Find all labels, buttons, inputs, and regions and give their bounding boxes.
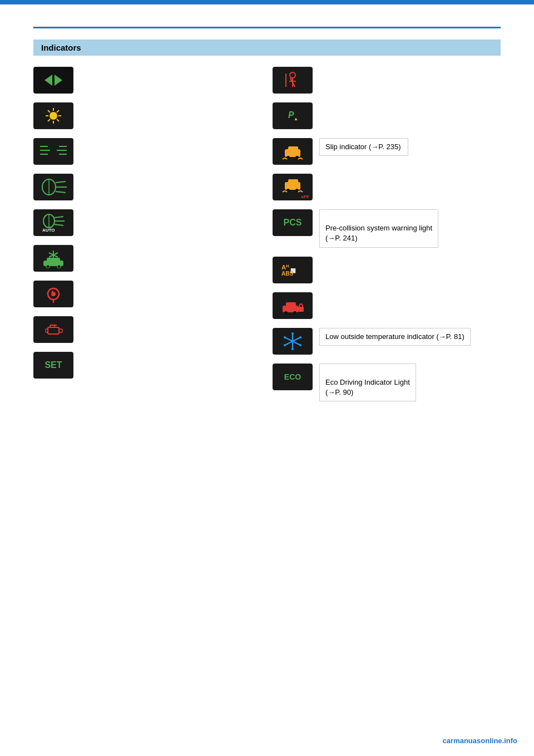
slip-off-svg xyxy=(278,179,307,195)
bottom-logo: carmanuasonline.info xyxy=(443,737,517,745)
list-item xyxy=(33,67,261,94)
list-item: PCS Pre-collision system warning light (… xyxy=(273,209,501,248)
list-item: oFF xyxy=(273,174,501,200)
list-item xyxy=(273,292,501,319)
list-item xyxy=(33,138,261,165)
icy-road-icon xyxy=(33,245,73,272)
auto-headlight-svg: AUTO xyxy=(39,213,68,233)
low-temp-desc: Low outside temperature indicator (→P. 8… xyxy=(319,328,471,346)
svg-line-17 xyxy=(56,181,66,183)
slip-indicator-icon xyxy=(273,138,313,165)
header-area xyxy=(0,4,534,27)
indicators-grid: AUTO xyxy=(33,67,501,401)
auto-headlight-icon: AUTO xyxy=(33,209,73,236)
engine-icon xyxy=(33,316,73,343)
arrow-right-icon xyxy=(55,75,62,86)
pcs-text: PCS xyxy=(284,218,302,228)
off-label: oFF xyxy=(301,194,309,199)
eco-desc: Eco Driving Indicator Light (→P. 90) xyxy=(319,364,416,402)
headlight-full-svg xyxy=(39,177,68,197)
svg-point-32 xyxy=(57,265,61,268)
svg-point-71 xyxy=(291,348,294,350)
svg-line-5 xyxy=(48,110,50,112)
svg-line-24 xyxy=(55,224,63,225)
svg-point-64 xyxy=(284,311,288,315)
svg-rect-66 xyxy=(298,307,304,312)
svg-rect-55 xyxy=(288,179,298,184)
list-item xyxy=(33,102,261,129)
tire-svg: ! xyxy=(39,284,68,304)
svg-text:ᴴ: ᴴ xyxy=(286,264,289,271)
turn-signal-icon xyxy=(33,67,73,94)
svg-point-74 xyxy=(299,336,301,338)
svg-text:▲: ▲ xyxy=(294,116,298,121)
arrow-left-icon xyxy=(44,75,52,86)
svg-rect-30 xyxy=(47,258,60,263)
list-item: Low outside temperature indicator (→P. 8… xyxy=(273,328,501,355)
pcs-desc: Pre-collision system warning light (→P. … xyxy=(319,209,438,248)
top-bar xyxy=(0,0,534,4)
slip-indicator-desc: Slip indicator (→P. 235) xyxy=(319,138,408,156)
svg-point-65 xyxy=(293,311,296,315)
snowflake-svg xyxy=(278,331,307,351)
parking-brake-svg: P ▲ xyxy=(278,106,307,126)
headlight-full-icon xyxy=(33,174,73,200)
seatbelt-svg xyxy=(278,70,307,90)
svg-point-31 xyxy=(46,265,50,268)
seatbelt-icon xyxy=(273,67,313,94)
icy-road-svg xyxy=(39,248,68,268)
abs-svg: A ᴴ ⬜ ABS xyxy=(278,260,307,280)
svg-text:A: A xyxy=(281,264,286,271)
section-divider xyxy=(33,27,501,28)
list-item xyxy=(33,174,261,200)
tire-pressure-icon: ! xyxy=(33,281,73,307)
headlight-beam-icon xyxy=(33,138,73,165)
door-lock-icon xyxy=(273,292,313,319)
list-item: ! xyxy=(33,281,261,307)
parking-brake-icon: P ▲ xyxy=(273,102,313,129)
left-column: AUTO xyxy=(33,67,261,401)
headlight-beam-svg xyxy=(38,141,69,162)
svg-text:!: ! xyxy=(51,289,54,298)
svg-text:ABS: ABS xyxy=(281,271,293,277)
pcs-icon: PCS xyxy=(273,209,313,236)
sun-svg xyxy=(42,106,65,125)
svg-point-75 xyxy=(284,344,286,346)
svg-line-6 xyxy=(57,119,59,121)
svg-point-73 xyxy=(299,344,301,346)
svg-point-70 xyxy=(291,332,294,335)
logo-text: carmanuasonline.info xyxy=(443,737,517,745)
svg-rect-51 xyxy=(288,146,298,151)
list-item xyxy=(33,245,261,272)
set-icon: SET xyxy=(33,352,73,379)
abs-icon: A ᴴ ⬜ ABS xyxy=(273,257,313,283)
list-item: AUTO xyxy=(33,209,261,236)
svg-rect-63 xyxy=(286,302,296,308)
slip-svg xyxy=(278,141,307,161)
eco-icon: ECO xyxy=(273,364,313,390)
list-item: A ᴴ ⬜ ABS xyxy=(273,257,501,283)
low-temp-icon xyxy=(273,328,313,355)
svg-point-0 xyxy=(50,112,57,120)
svg-line-8 xyxy=(48,119,50,121)
indicators-header: Indicators xyxy=(33,40,501,56)
svg-rect-37 xyxy=(48,327,59,334)
list-item: ECO Eco Driving Indicator Light (→P. 90) xyxy=(273,364,501,402)
list-item: SET xyxy=(33,352,261,379)
svg-text:AUTO: AUTO xyxy=(42,228,55,233)
list-item xyxy=(33,316,261,343)
svg-point-43 xyxy=(290,72,295,78)
door-lock-svg xyxy=(278,296,307,316)
slip-off-icon: oFF xyxy=(273,174,313,200)
svg-line-19 xyxy=(56,192,66,193)
list-item: Slip indicator (→P. 235) xyxy=(273,138,501,165)
eco-text: ECO xyxy=(284,372,301,381)
svg-point-72 xyxy=(284,336,286,338)
page-container: Indicators xyxy=(0,0,534,756)
svg-rect-38 xyxy=(46,329,48,332)
list-item xyxy=(273,67,501,94)
set-text: SET xyxy=(44,360,62,370)
svg-line-7 xyxy=(57,110,59,112)
svg-line-22 xyxy=(55,217,63,218)
indicators-section: Indicators xyxy=(33,40,501,401)
